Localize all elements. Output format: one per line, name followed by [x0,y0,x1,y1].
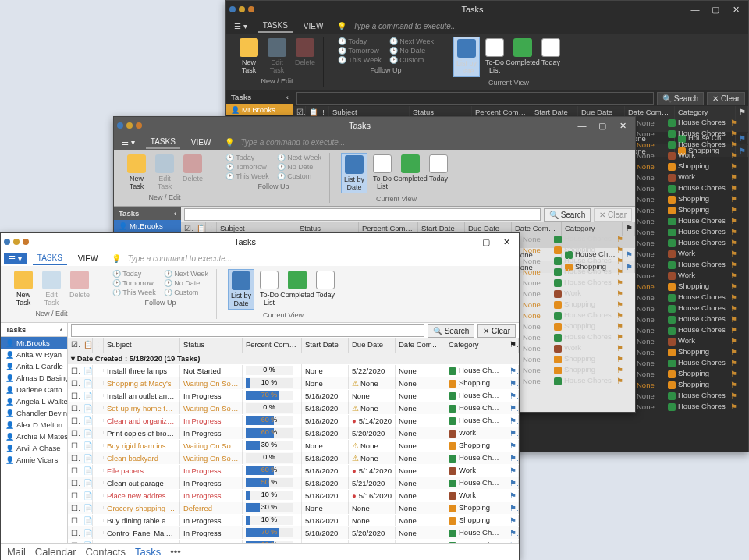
row-flag-icon[interactable]: ⚑ [730,173,741,182]
delete-button[interactable]: Delete [292,37,318,76]
col-due[interactable]: Due Date [349,338,396,353]
col-flag[interactable]: 📋 [80,338,93,353]
followup-thisweek[interactable]: 🕑 This Week [335,55,385,65]
table-row[interactable]: None House Chores ⚑ [523,266,635,277]
completed-button[interactable]: Completed [284,269,311,310]
light-search-button[interactable]: 🔍 Search [428,324,474,338]
nav-mail[interactable]: Mail [7,546,26,558]
table-row[interactable]: None House Chores ⚑ [637,226,749,237]
row-flag-icon[interactable]: ⚑ [730,392,741,400]
table-row[interactable]: ☐ 📄 Clean and organize basement In Progr… [68,414,519,427]
table-row[interactable]: None House Chores ⚑ [523,375,635,386]
table-row[interactable]: None House Chores ⚑ [637,139,749,150]
row-flag-icon[interactable]: ⚑ [730,282,741,291]
table-row[interactable]: None Shopping ⚑ [523,299,635,310]
row-flag-icon[interactable]: ⚑ [730,119,741,127]
row-check[interactable]: ☐ [68,540,80,544]
tasks-tab[interactable]: TASKS [258,19,293,33]
close-button[interactable]: ✕ [497,235,516,249]
table-row[interactable]: ☐ 📄 Buy dining table and TV stand online… [68,514,519,526]
row-flag-icon[interactable]: ⚑ [506,427,519,439]
sidebar-person[interactable]: Angela L Walker [1,395,67,407]
table-row[interactable]: ☐ 📄 Hook up DVD Player to TV In Progress… [68,539,519,543]
row-flag-icon[interactable]: ⚑ [616,257,627,265]
table-row[interactable]: None House Chores ⚑ [637,401,749,412]
new-task-button[interactable]: New Task [236,37,262,76]
row-check[interactable]: ☐ [68,477,80,489]
row-flag-icon[interactable]: ⚑ [730,261,741,269]
followup-custom[interactable]: 🕑 Custom [161,288,211,297]
row-flag-icon[interactable]: ⚑ [506,415,519,427]
row-check[interactable]: ☐ [68,502,80,514]
dark-search-button[interactable]: 🔍 Search [657,92,704,105]
light-clear-button[interactable]: ✕ Clear [477,324,516,338]
row-flag-icon[interactable]: ⚑ [616,268,627,276]
row-flag-icon[interactable]: ⚑ [730,381,741,389]
row-flag-icon[interactable]: ⚑ [730,271,741,280]
table-row[interactable]: None Work ⚑ [523,342,635,353]
nav-calendar[interactable]: Calendar [35,546,76,558]
row-flag-icon[interactable]: ⚑ [506,452,519,464]
row-flag-icon[interactable]: ⚑ [730,184,741,193]
row-flag-icon[interactable]: ⚑ [506,402,519,414]
row-flag-icon[interactable]: ⚑ [616,344,627,353]
tasks-tab[interactable]: TASKS [33,252,67,265]
table-row[interactable]: None Shopping ⚑ [637,161,749,172]
row-flag-icon[interactable]: ⚑ [506,365,519,377]
command-box[interactable]: Type a command to execute... [240,138,632,147]
sidebar-person[interactable]: Mr.Brooks [1,337,67,349]
view-tab[interactable]: VIEW [299,20,328,32]
followup-today[interactable]: 🕑 Today [222,153,272,162]
table-row[interactable]: ☐ 📄 Clean backyard Waiting On Some... 0 … [68,452,519,464]
row-flag-icon[interactable]: ⚑ [506,465,519,477]
row-flag-icon[interactable]: ⚑ [730,129,741,138]
maximize-button[interactable]: ▢ [593,119,612,133]
row-flag-icon[interactable]: ⚑ [730,228,741,236]
followup-tomorrow[interactable]: 🕑 Tomorrow [109,278,159,288]
maximize-button[interactable]: ▢ [706,2,725,16]
table-row[interactable]: None House Chores ⚑ [637,324,749,335]
delete-button[interactable]: Delete [179,153,206,192]
row-flag-icon[interactable]: ⚑ [730,337,741,346]
row-flag-icon[interactable]: ⚑ [506,390,519,402]
row-check[interactable]: ☐ [68,515,80,526]
row-flag-icon[interactable]: ⚑ [616,278,627,287]
edit-task-button[interactable]: Edit Task [151,153,178,192]
table-row[interactable]: None House Chores ⚑ [637,259,749,270]
edit-task-button[interactable]: Edit Task [264,37,290,76]
row-check[interactable]: ☐ [68,490,80,502]
sidebar-person[interactable]: Mr.Brooks [114,220,181,232]
followup-today[interactable]: 🕑 Today [109,269,159,278]
row-flag-icon[interactable]: ⚑ [730,370,741,378]
command-box[interactable]: Type a command to execute... [127,254,516,263]
row-flag-icon[interactable]: ⚑ [730,293,741,302]
table-row[interactable]: None House Chores ⚑ [637,237,749,248]
table-row[interactable]: None Shopping ⚑ [637,193,749,204]
row-flag-icon[interactable]: ⚑ [616,235,627,243]
edit-task-button[interactable]: Edit Task [38,269,65,308]
row-flag-icon[interactable]: ⚑ [730,402,741,411]
table-row[interactable]: None House Chores ⚑ [523,233,635,244]
row-check[interactable]: ☐ [68,427,80,439]
table-row[interactable]: ☐ 📄 Buy rigid foam insulation Waiting On… [68,439,519,452]
row-flag-icon[interactable]: ⚑ [730,315,741,324]
row-flag-icon[interactable]: ⚑ [506,527,519,539]
row-flag-icon[interactable]: ⚑ [730,239,741,247]
sidebar-person[interactable]: Alex D Melton [1,419,67,431]
table-row[interactable]: ☐ 📄 Place new address stickers on envelo… [68,489,519,502]
row-flag-icon[interactable]: ⚑ [506,477,519,489]
followup-nodate[interactable]: 🕑 No Date [274,162,325,172]
table-row[interactable]: None House Chores ⚑ [523,277,635,288]
list-by-date-button[interactable]: List by Date [453,37,480,77]
row-flag-icon[interactable]: ⚑ [616,311,627,320]
table-row[interactable]: None Shopping ⚑ [637,204,749,215]
completed-button[interactable]: Completed [397,153,424,193]
followup-tomorrow[interactable]: 🕑 Tomorrow [335,46,385,55]
todo-list-button[interactable]: To-Do List [256,269,282,310]
row-flag-icon[interactable]: ⚑ [730,151,741,160]
med-clear-button[interactable]: ✕ Clear [594,208,632,222]
sidebar-person[interactable]: Chandler Bevington [1,407,67,419]
col-status[interactable]: Status [180,338,243,353]
nav-contacts[interactable]: Contacts [86,546,126,558]
row-flag-icon[interactable]: ⚑ [730,359,741,367]
